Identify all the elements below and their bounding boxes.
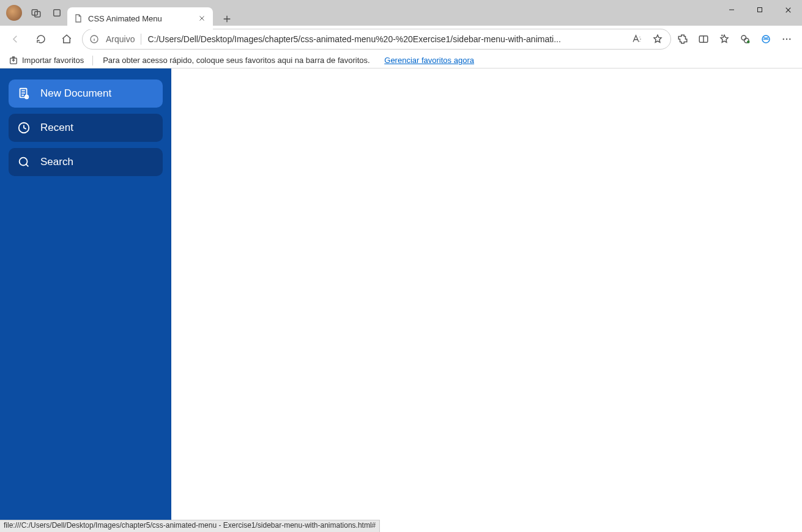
import-favorites-button[interactable]: Importar favoritos xyxy=(9,56,84,65)
window-controls xyxy=(718,0,802,26)
toolbar-right xyxy=(676,32,797,46)
window-close-button[interactable] xyxy=(774,0,802,20)
window-minimize-button[interactable] xyxy=(718,0,746,20)
address-bar[interactable]: Arquivo C:/Users/Dell/Desktop/Images/cha… xyxy=(82,29,671,50)
new-tab-button[interactable] xyxy=(218,10,236,28)
address-scheme-label: Arquivo xyxy=(106,34,135,44)
manage-favorites-link[interactable]: Gerenciar favoritos agora xyxy=(384,56,474,65)
collections-icon[interactable] xyxy=(738,32,752,46)
window-maximize-button[interactable] xyxy=(746,0,774,20)
tab-actions-icon[interactable] xyxy=(50,6,64,20)
extensions-icon[interactable] xyxy=(676,32,689,46)
svg-rect-2 xyxy=(54,10,61,17)
main-area xyxy=(171,68,802,532)
svg-rect-3 xyxy=(758,8,762,12)
split-screen-icon[interactable] xyxy=(697,32,710,46)
settings-more-icon[interactable] xyxy=(780,32,793,46)
sidebar-item-label: Search xyxy=(40,156,73,168)
titlebar: CSS Animated Menu xyxy=(0,0,802,26)
page-content: New Document Recent Search file:///C:/Us… xyxy=(0,68,802,532)
svg-point-17 xyxy=(20,158,28,166)
file-icon xyxy=(73,13,83,23)
home-button[interactable] xyxy=(56,29,77,50)
read-aloud-icon[interactable] xyxy=(630,32,644,46)
favorites-bar: Importar favoritos Para obter acesso ráp… xyxy=(0,53,802,68)
address-divider xyxy=(141,34,141,45)
sidebar-menu: New Document Recent Search xyxy=(0,68,171,532)
import-favorites-label: Importar favoritos xyxy=(22,56,84,65)
favorite-star-icon[interactable] xyxy=(651,32,664,46)
tab-title: CSS Animated Menu xyxy=(88,14,162,23)
titlebar-left xyxy=(0,0,64,26)
clock-icon xyxy=(17,121,31,135)
sidebar-item-label: New Document xyxy=(40,87,111,100)
address-url: C:/Users/Dell/Desktop/Images/chapter5/cs… xyxy=(147,34,624,44)
refresh-button[interactable] xyxy=(31,29,51,50)
svg-point-10 xyxy=(783,39,784,40)
profile-avatar[interactable] xyxy=(6,5,22,21)
workspaces-icon[interactable] xyxy=(29,6,43,20)
toolbar: Arquivo C:/Users/Dell/Desktop/Images/cha… xyxy=(0,26,802,53)
sidebar-item-search[interactable]: Search xyxy=(9,148,163,176)
favorites-hint: Para obter acesso rápido, coloque seus f… xyxy=(103,56,369,65)
ie-mode-icon[interactable] xyxy=(759,32,773,46)
sidebar-item-recent[interactable]: Recent xyxy=(9,114,163,142)
favorites-icon[interactable] xyxy=(718,32,731,46)
svg-point-8 xyxy=(748,41,749,43)
sidebar-item-new-document[interactable]: New Document xyxy=(9,79,163,108)
tab-close-button[interactable] xyxy=(197,13,207,23)
back-button[interactable] xyxy=(5,29,26,50)
svg-point-11 xyxy=(786,39,787,40)
site-info-icon[interactable] xyxy=(89,34,100,45)
svg-point-12 xyxy=(789,39,790,40)
status-bar: file:///C:/Users/Dell/Desktop/Images/cha… xyxy=(0,520,380,532)
addressbar-right-icons xyxy=(630,32,664,46)
svg-point-6 xyxy=(741,35,746,40)
favbar-divider xyxy=(92,56,93,65)
browser-tab[interactable]: CSS Animated Menu xyxy=(67,7,213,29)
search-icon xyxy=(17,155,31,169)
sidebar-item-label: Recent xyxy=(40,122,73,134)
new-document-icon xyxy=(17,87,31,100)
